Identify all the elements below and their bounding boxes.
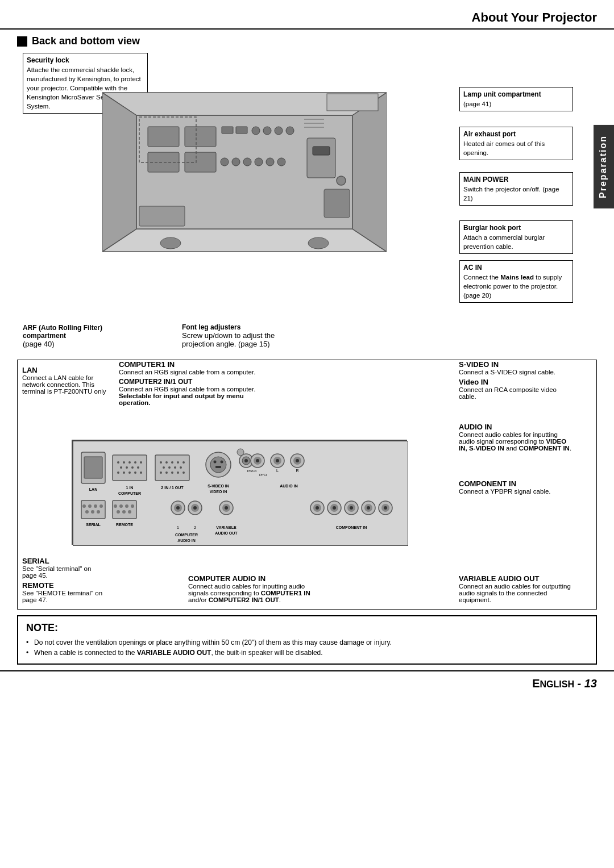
video-title: Video IN	[459, 378, 572, 386]
component-in-title: COMPONENT IN	[459, 479, 572, 488]
audio-in-desc: Connect audio cables for inputting audio…	[459, 431, 572, 452]
svg-point-73	[214, 461, 217, 464]
svg-point-28	[308, 237, 329, 249]
svg-point-134	[333, 506, 336, 510]
svg-rect-21	[307, 138, 335, 178]
lan-desc: Connect a LAN cable for network connecti…	[22, 374, 113, 395]
projector-svg	[102, 70, 387, 274]
svg-point-126	[225, 506, 228, 510]
video-desc: Connect an RCA composite video cable.	[459, 386, 572, 400]
svideo-desc: Connect a S-VIDEO signal cable.	[459, 369, 572, 375]
svg-point-47	[137, 466, 139, 469]
svg-point-50	[128, 471, 131, 474]
svg-point-62	[168, 466, 171, 469]
svg-text:VARIABLE: VARIABLE	[216, 525, 237, 529]
remote-title: REMOTE	[22, 581, 107, 590]
svg-point-131	[316, 506, 319, 510]
svg-marker-4	[352, 93, 387, 252]
svg-point-116	[176, 506, 180, 510]
svg-point-100	[99, 504, 103, 508]
svg-point-88	[296, 459, 299, 462]
svg-rect-55	[155, 455, 189, 481]
svg-text:SERIAL: SERIAL	[86, 523, 101, 527]
air-exhaust-annotation: Air exhaust port Heated air comes out of…	[459, 127, 573, 160]
computer2-desc: Connect an RGB signal cable from a compu…	[119, 386, 267, 406]
svg-point-9	[252, 127, 260, 135]
svg-text:2 IN / 1 OUT: 2 IN / 1 OUT	[161, 486, 184, 490]
svg-point-81	[237, 449, 244, 456]
arf-title: ARF (Auto Rolling Filter) compartment	[23, 324, 134, 340]
ports-inner: LAN Connect a LAN cable for network conn…	[18, 360, 596, 609]
svg-text:REMOTE: REMOTE	[116, 523, 133, 527]
lamp-unit-desc: (page 41)	[463, 99, 569, 108]
svg-point-17	[243, 158, 251, 166]
svg-point-57	[165, 461, 168, 464]
svg-point-74	[221, 461, 223, 464]
svg-rect-30	[139, 206, 185, 226]
svg-text:R: R	[296, 469, 298, 473]
svg-point-107	[119, 504, 123, 508]
projector-diagram	[102, 70, 387, 274]
font-leg-title: Font leg adjusters	[182, 323, 307, 331]
svg-rect-5	[148, 127, 179, 147]
lan-title: LAN	[22, 366, 113, 374]
svg-point-32	[337, 176, 346, 185]
svg-point-97	[82, 504, 86, 508]
burglar-hook-desc: Attach a commercial burglar prevention c…	[463, 233, 569, 251]
svg-point-41	[128, 461, 131, 464]
svg-rect-33	[324, 189, 350, 218]
svg-text:COMPONENT IN: COMPONENT IN	[336, 525, 367, 529]
svg-marker-3	[102, 93, 136, 252]
svg-point-106	[114, 504, 117, 508]
svideo-annotation: S-VIDEO IN Connect a S-VIDEO signal cabl…	[459, 360, 572, 400]
port-panel: LAN	[72, 440, 407, 545]
svg-point-102	[91, 510, 94, 514]
svg-point-19	[266, 158, 274, 166]
svg-text:VIDEO IN: VIDEO IN	[210, 490, 227, 494]
svg-marker-0	[102, 229, 387, 252]
svg-point-42	[134, 461, 136, 464]
svg-text:1: 1	[177, 525, 179, 529]
svg-rect-75	[215, 466, 221, 468]
svg-text:LAN: LAN	[89, 487, 97, 491]
svg-point-18	[255, 158, 263, 166]
serial-desc: See "Serial terminal" on page 45.	[22, 565, 107, 579]
audio-in-title: AUDIO IN	[459, 423, 572, 431]
svg-point-12	[286, 127, 294, 135]
lamp-unit-annotation: Lamp unit compartment (page 41)	[459, 87, 573, 111]
svg-point-80	[244, 459, 248, 462]
svg-text:Pr/Cr: Pr/Cr	[259, 473, 267, 477]
svg-point-56	[160, 461, 162, 464]
svg-point-20	[277, 158, 285, 166]
svg-rect-14	[185, 152, 216, 172]
svg-point-16	[232, 158, 240, 166]
svg-point-64	[180, 466, 182, 469]
svg-rect-6	[185, 127, 216, 147]
svg-text:L: L	[276, 469, 279, 473]
section-title-bar	[17, 36, 27, 47]
svg-point-27	[160, 237, 181, 249]
main-power-title: MAIN POWER	[463, 175, 569, 185]
svg-point-10	[263, 127, 271, 135]
svg-rect-22	[313, 147, 330, 155]
ac-in-desc: Connect the Mains lead to supply electro…	[463, 273, 569, 300]
note-item-2: When a cable is connected to the VARIABL…	[26, 648, 588, 658]
computer-audio-desc: Connect audio cables for inputting audio…	[188, 583, 319, 603]
svg-point-63	[174, 466, 176, 469]
main-content: Back and bottom view Security lock Attac…	[0, 30, 614, 670]
svg-point-69	[182, 471, 185, 474]
svg-point-58	[171, 461, 173, 464]
variable-audio-desc: Connect an audio cables for outputting a…	[459, 583, 572, 603]
svg-rect-38	[113, 455, 147, 481]
svg-text:AUDIO IN: AUDIO IN	[177, 539, 196, 542]
component-in-desc: Connect a YPBPR signal cable.	[459, 488, 572, 495]
section-title: Back and bottom view	[17, 35, 597, 47]
air-exhaust-title: Air exhaust port	[463, 130, 569, 139]
svg-rect-36	[84, 457, 102, 478]
svg-point-98	[88, 504, 92, 508]
svg-point-39	[117, 461, 119, 464]
svg-point-15	[221, 158, 229, 166]
computer2-title: COMPUTER2 IN/1 OUT	[119, 378, 267, 386]
audio-in-annotation: AUDIO IN Connect audio cables for inputt…	[459, 423, 572, 452]
svg-text:AUDIO IN: AUDIO IN	[280, 484, 298, 488]
